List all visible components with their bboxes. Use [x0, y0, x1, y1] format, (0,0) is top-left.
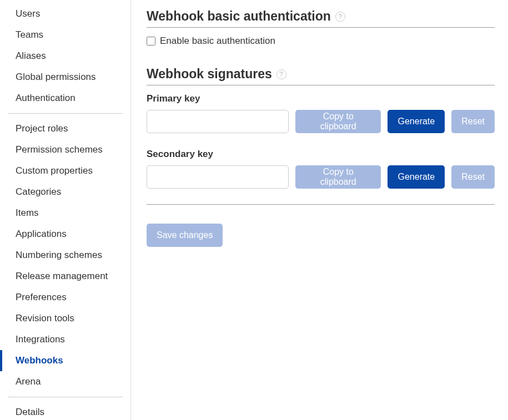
- sidebar-item-authentication[interactable]: Authentication: [0, 88, 130, 109]
- secondary-copy-button[interactable]: Copy to clipboard: [295, 165, 381, 189]
- sidebar-item-project-roles[interactable]: Project roles: [0, 118, 130, 139]
- basic-auth-header: Webhook basic authentication ?: [147, 9, 495, 28]
- sidebar-item-custom-properties[interactable]: Custom properties: [0, 160, 130, 181]
- signatures-header: Webhook signatures ?: [147, 67, 495, 85]
- sidebar-item-items[interactable]: Items: [0, 203, 130, 224]
- enable-basic-auth-label: Enable basic authentication: [160, 36, 275, 47]
- sidebar-item-revision-tools[interactable]: Revision tools: [0, 308, 130, 329]
- secondary-key-input[interactable]: [147, 165, 289, 189]
- sidebar-divider: [8, 113, 123, 114]
- sidebar-item-permission-schemes[interactable]: Permission schemes: [0, 139, 130, 160]
- sidebar-item-aliases[interactable]: Aliases: [0, 45, 130, 67]
- help-icon[interactable]: ?: [276, 69, 286, 79]
- save-changes-button[interactable]: Save changes: [147, 224, 223, 247]
- sidebar[interactable]: Users Teams Aliases Global permissions A…: [0, 0, 131, 420]
- sidebar-item-release-management[interactable]: Release management: [0, 266, 130, 287]
- sidebar-item-teams[interactable]: Teams: [0, 24, 130, 45]
- secondary-generate-button[interactable]: Generate: [388, 165, 445, 189]
- signatures-title: Webhook signatures: [147, 67, 272, 82]
- primary-copy-button[interactable]: Copy to clipboard: [295, 110, 381, 133]
- sidebar-divider: [8, 397, 123, 397]
- primary-reset-button[interactable]: Reset: [451, 110, 495, 133]
- sidebar-item-categories[interactable]: Categories: [0, 181, 130, 203]
- secondary-key-row: Copy to clipboard Generate Reset: [147, 165, 495, 189]
- bottom-divider: [147, 204, 495, 205]
- main-content: Webhook basic authentication ? Enable ba…: [131, 0, 508, 420]
- sidebar-item-users[interactable]: Users: [0, 3, 130, 24]
- primary-key-label: Primary key: [147, 93, 495, 104]
- enable-basic-auth-checkbox[interactable]: [147, 37, 155, 45]
- primary-key-input[interactable]: [147, 110, 289, 133]
- sidebar-item-details[interactable]: Details: [0, 402, 130, 420]
- help-icon[interactable]: ?: [335, 12, 345, 22]
- secondary-reset-button[interactable]: Reset: [451, 165, 495, 189]
- primary-generate-button[interactable]: Generate: [388, 110, 445, 133]
- sidebar-item-preferences[interactable]: Preferences: [0, 287, 130, 308]
- sidebar-item-applications[interactable]: Applications: [0, 224, 130, 245]
- primary-key-row: Copy to clipboard Generate Reset: [147, 110, 495, 133]
- basic-auth-title: Webhook basic authentication: [147, 9, 331, 24]
- sidebar-item-integrations[interactable]: Integrations: [0, 329, 130, 350]
- sidebar-item-numbering-schemes[interactable]: Numbering schemes: [0, 245, 130, 266]
- sidebar-item-global-permissions[interactable]: Global permissions: [0, 67, 130, 88]
- sidebar-item-webhooks[interactable]: Webhooks: [0, 350, 130, 371]
- secondary-key-label: Secondary key: [147, 149, 495, 160]
- enable-basic-auth-row: Enable basic authentication: [147, 36, 495, 47]
- save-row: Save changes: [147, 224, 495, 247]
- sidebar-item-arena[interactable]: Arena: [0, 371, 130, 392]
